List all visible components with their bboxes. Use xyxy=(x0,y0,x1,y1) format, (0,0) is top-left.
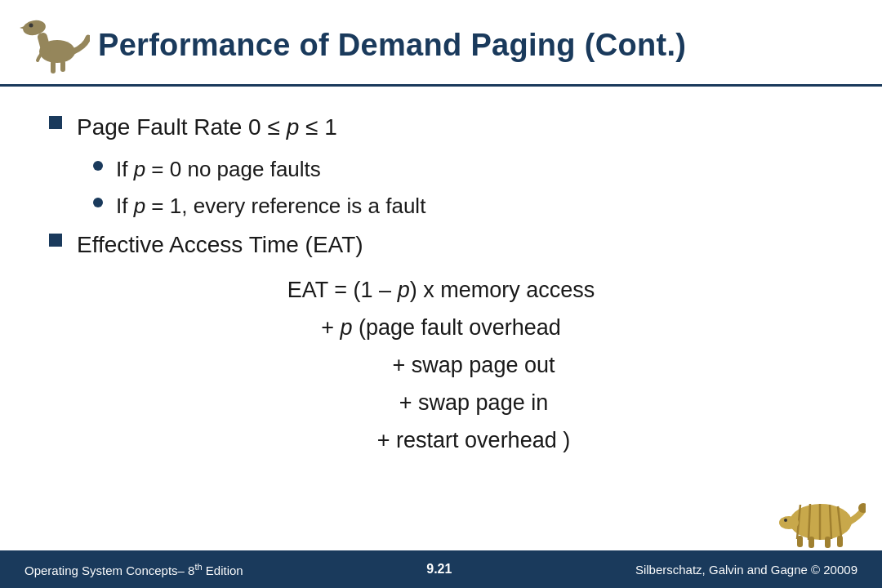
svg-point-4 xyxy=(29,24,33,28)
dino-right-icon xyxy=(776,485,866,550)
eat-equations: EAT = (1 – p) x memory access + p (page … xyxy=(49,272,833,459)
sub-bullet-2-dot xyxy=(93,198,103,207)
sub-bullet-1-dot xyxy=(93,161,103,171)
slide: Performance of Demand Paging (Cont.) Pag… xyxy=(0,0,882,588)
svg-rect-16 xyxy=(797,536,803,547)
footer-page-number: 9.21 xyxy=(426,562,452,577)
svg-rect-5 xyxy=(51,60,56,74)
eat-line-4: + swap page in xyxy=(334,385,548,422)
svg-rect-19 xyxy=(837,536,843,547)
svg-point-14 xyxy=(784,519,787,522)
bullet-1-text: Page Fault Rate 0 ≤ p ≤ 1 xyxy=(77,111,337,143)
eat-line-1: EAT = (1 – p) x memory access xyxy=(287,272,595,310)
bullet-2-text: Effective Access Time (EAT) xyxy=(77,229,363,261)
footer-left-text: Operating System Concepts– 8th Edition xyxy=(24,562,243,577)
footer-copyright: Silberschatz, Galvin and Gagne © 20009 xyxy=(635,563,858,577)
slide-title: Performance of Demand Paging (Cont.) xyxy=(98,28,686,63)
dino-left-icon xyxy=(16,15,90,76)
sub-bullet-2: If p = 1, every reference is a fault xyxy=(93,191,833,220)
svg-rect-6 xyxy=(60,60,65,72)
eat-line-2: + p (page fault overhead xyxy=(321,310,561,347)
sub-bullets-group: If p = 0 no page faults If p = 1, every … xyxy=(93,154,833,220)
slide-footer: Operating System Concepts– 8th Edition 9… xyxy=(0,550,882,588)
svg-marker-3 xyxy=(20,26,24,29)
slide-content: Page Fault Rate 0 ≤ p ≤ 1 If p = 0 no pa… xyxy=(0,95,882,468)
bullet-1-square xyxy=(49,116,62,129)
slide-header: Performance of Demand Paging (Cont.) xyxy=(0,0,882,87)
svg-point-13 xyxy=(779,516,799,529)
sub-bullet-2-text: If p = 1, every reference is a fault xyxy=(116,191,425,220)
bullet-1: Page Fault Rate 0 ≤ p ≤ 1 xyxy=(49,111,833,143)
svg-rect-18 xyxy=(825,537,831,548)
eat-line-5: + restart overhead ) xyxy=(312,422,570,460)
bullet-2: Effective Access Time (EAT) xyxy=(49,229,833,261)
svg-rect-17 xyxy=(808,537,814,548)
eat-line-3: + swap page out xyxy=(327,347,555,385)
sub-bullet-1: If p = 0 no page faults xyxy=(93,154,833,184)
sub-bullet-1-text: If p = 0 no page faults xyxy=(116,154,321,184)
bullet-2-square xyxy=(49,234,62,247)
